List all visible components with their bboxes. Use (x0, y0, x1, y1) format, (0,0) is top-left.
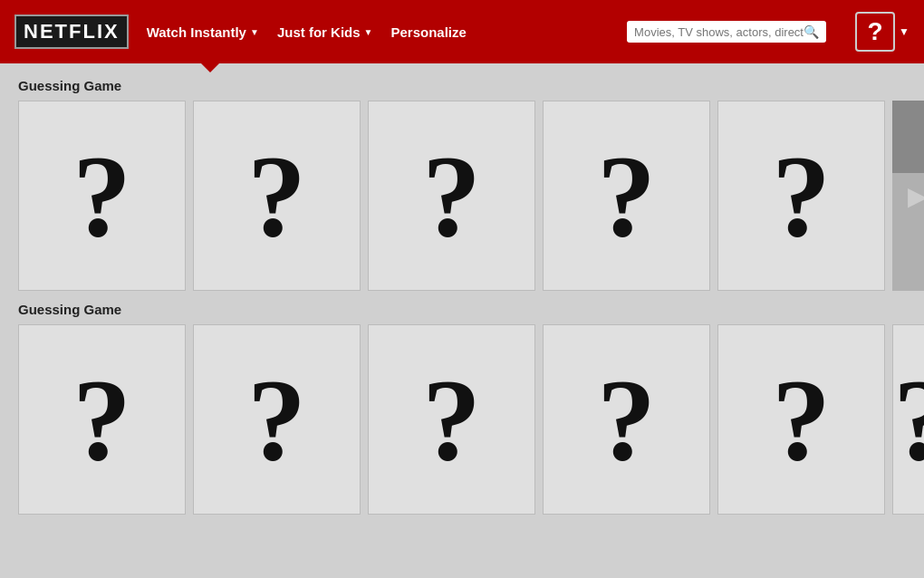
qmark-r2c4: ? (597, 361, 656, 478)
qmark-r2c2: ? (247, 361, 306, 478)
watch-instantly-label: Watch Instantly (147, 24, 246, 40)
card-r1c1[interactable]: ? (18, 101, 186, 291)
row-section-2: Guessing Game ? ? ? ? ? ? (18, 302, 906, 515)
qmark-r2c5: ? (772, 361, 831, 478)
watch-instantly-chevron: ▼ (250, 27, 259, 37)
qmark-r1c2: ? (247, 137, 306, 255)
card-r2c2[interactable]: ? (193, 324, 361, 515)
qmark-r1c3: ? (422, 137, 481, 255)
next-arrow-icon[interactable]: ▶ (908, 181, 925, 211)
cards-row-2: ? ? ? ? ? ? (18, 324, 906, 515)
account-icon: ? (868, 17, 883, 46)
qmark-r2c3: ? (422, 361, 481, 478)
card-r2c5[interactable]: ? (717, 324, 885, 515)
search-icon: 🔍 (804, 24, 819, 39)
search-input[interactable] (634, 25, 804, 39)
card-r1c3[interactable]: ? (368, 101, 535, 291)
card-r1c5[interactable]: ? (717, 101, 885, 291)
account-button[interactable]: ? (855, 12, 895, 52)
card-r2c3[interactable]: ? (368, 324, 535, 515)
row1-scrollbar[interactable]: ▶ (892, 101, 924, 291)
account-area: ? ▼ (855, 12, 910, 52)
nav-pointer (201, 63, 219, 72)
row-title-2: Guessing Game (18, 302, 906, 317)
row-title-1: Guessing Game (18, 78, 906, 93)
card-r2c4[interactable]: ? (543, 324, 710, 515)
card-r1c2[interactable]: ? (193, 101, 361, 291)
card-r2c6-partial[interactable]: ? (892, 324, 924, 515)
just-for-kids-nav[interactable]: Just for Kids ▼ (277, 24, 373, 40)
header: NETFLIX Watch Instantly ▼ Just for Kids … (0, 0, 924, 63)
qmark-r1c4: ? (597, 137, 656, 255)
cards-row-1: ? ? ? ? ? ▶ (18, 101, 906, 291)
card-r1c4[interactable]: ? (543, 101, 710, 291)
logo-text: NETFLIX (24, 20, 120, 43)
qmark-r2c6: ? (893, 361, 924, 478)
row-section-1: Guessing Game ? ? ? ? ? ▶ (18, 78, 906, 291)
main-content: Guessing Game ? ? ? ? ? ▶ Guessing (0, 63, 924, 578)
personalize-nav[interactable]: Personalize (390, 24, 466, 40)
just-for-kids-chevron: ▼ (364, 27, 373, 37)
search-box[interactable]: 🔍 (627, 21, 826, 43)
watch-instantly-nav[interactable]: Watch Instantly ▼ (147, 24, 259, 40)
scroll-thumb (892, 101, 924, 173)
netflix-logo[interactable]: NETFLIX (14, 14, 129, 49)
qmark-r1c1: ? (72, 137, 131, 255)
qmark-r1c5: ? (772, 137, 831, 255)
personalize-label: Personalize (390, 24, 466, 40)
account-chevron[interactable]: ▼ (899, 25, 910, 38)
card-r2c1[interactable]: ? (18, 324, 186, 515)
just-for-kids-label: Just for Kids (277, 24, 361, 40)
qmark-r2c1: ? (72, 361, 131, 478)
